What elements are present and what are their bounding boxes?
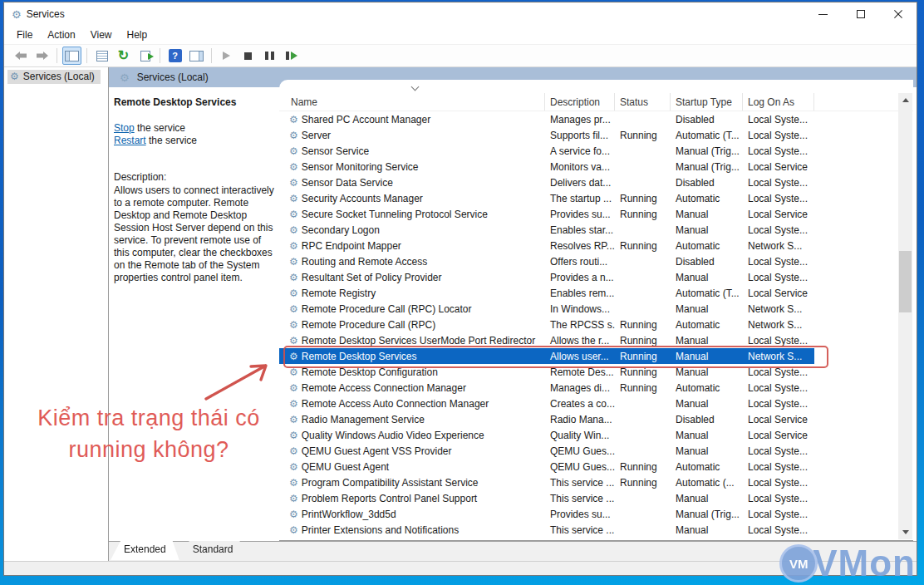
restart-service-link[interactable]: Restart	[114, 135, 146, 146]
column-header-description[interactable]: Description	[545, 93, 615, 111]
forward-arrow-icon	[36, 51, 49, 61]
close-button[interactable]	[879, 2, 917, 26]
back-arrow-icon	[14, 51, 27, 61]
service-gear-icon: ⚙	[289, 162, 298, 172]
menu-help[interactable]: Help	[120, 27, 155, 42]
service-gear-icon: ⚙	[289, 241, 298, 251]
table-row[interactable]: ⚙Secondary LogonEnables star...ManualLoc…	[279, 222, 814, 238]
show-console-tree-button[interactable]	[62, 47, 81, 65]
table-row[interactable]: ⚙QEMU Guest Agent VSS ProviderQEMU Gues.…	[279, 443, 814, 459]
export-list-button[interactable]	[135, 47, 155, 65]
service-gear-icon: ⚙	[289, 146, 298, 156]
table-row[interactable]: ⚙Sensor ServiceA service fo...Manual (Tr…	[279, 143, 814, 159]
service-name: RPC Endpoint Mapper	[302, 240, 401, 252]
table-row[interactable]: ⚙Routing and Remote AccessOffers routi..…	[279, 253, 814, 269]
back-button[interactable]	[11, 47, 30, 65]
column-header-startup-type[interactable]: Startup Type	[671, 93, 743, 111]
service-gear-icon: ⚙	[289, 399, 298, 409]
console-tree-icon	[65, 51, 79, 61]
restart-service-button[interactable]	[282, 47, 301, 65]
sidebar-item-services-local[interactable]: ⚙ Services (Local)	[7, 70, 101, 84]
panel-header-gear-icon: ⚙	[120, 72, 130, 83]
service-name: Sensor Data Service	[302, 177, 393, 189]
table-row[interactable]: ⚙RPC Endpoint MapperResolves RP...Runnin…	[279, 238, 814, 253]
window-title: Services	[27, 8, 65, 20]
pause-service-button[interactable]	[260, 47, 279, 65]
stop-service-button[interactable]	[238, 47, 258, 65]
table-row[interactable]: ⚙	[279, 538, 814, 540]
stop-service-link[interactable]: Stop	[114, 122, 135, 134]
service-name: Program Compatibility Assistant Service	[302, 477, 479, 489]
table-row[interactable]: ⚙Remote Procedure Call (RPC)The RPCSS s.…	[279, 317, 814, 332]
column-header-log-on-as[interactable]: Log On As	[743, 93, 814, 111]
refresh-icon: ↻	[118, 49, 129, 62]
service-name: Remote Desktop Services UserMode Port Re…	[302, 335, 535, 347]
toolbar-separator	[211, 48, 212, 63]
table-row[interactable]: ⚙Resultant Set of Policy ProviderProvide…	[279, 269, 814, 285]
scroll-up-button[interactable]	[898, 93, 912, 107]
chevron-down-icon	[902, 530, 909, 534]
table-row[interactable]: ⚙Remote Procedure Call (RPC) LocatorIn W…	[279, 301, 814, 317]
table-row[interactable]: ⚙ServerSupports fil...RunningAutomatic (…	[279, 127, 814, 143]
export-list-icon	[140, 51, 150, 61]
service-name: Server	[302, 130, 331, 141]
services-list-panel: Name Description Status Startup Type Log…	[279, 80, 913, 541]
tab-standard[interactable]: Standard	[179, 541, 247, 560]
table-row[interactable]: ⚙Shared PC Account ManagerManages pr...D…	[279, 111, 814, 127]
maximize-button[interactable]	[842, 2, 879, 26]
service-gear-icon: ⚙	[289, 288, 298, 298]
console-tree-pane: ⚙ Services (Local)	[4, 67, 109, 561]
table-row[interactable]: ⚙PrintWorkflow_3dd5dProvides su...Manual…	[279, 506, 814, 522]
table-row[interactable]: ⚙QEMU Guest AgentQEMU Gues...RunningAuto…	[279, 459, 814, 474]
service-name: PrintWorkflow_3dd5d	[302, 509, 396, 520]
table-row[interactable]: ⚙Secure Socket Tunneling Protocol Servic…	[279, 206, 814, 222]
vertical-scrollbar[interactable]	[898, 93, 912, 539]
service-gear-icon: ⚙	[289, 320, 298, 330]
service-gear-icon: ⚙	[289, 462, 298, 472]
properties-button[interactable]	[92, 47, 111, 65]
service-gear-icon: ⚙	[289, 209, 298, 219]
show-action-pane-button[interactable]	[187, 47, 206, 65]
properties-icon	[96, 51, 108, 61]
forward-button[interactable]	[32, 47, 52, 65]
table-row[interactable]: ⚙Program Compatibility Assistant Service…	[279, 474, 814, 490]
vmon-watermark: VM VMon	[779, 543, 916, 584]
service-name: Remote Procedure Call (RPC)	[302, 319, 435, 331]
table-row[interactable]: ⚙Remote RegistryEnables rem...Automatic …	[279, 285, 814, 301]
help-button[interactable]: ?	[165, 47, 184, 65]
minimize-button[interactable]	[804, 2, 842, 26]
service-gear-icon: ⚙	[289, 446, 298, 456]
services-app-icon: ⚙	[12, 9, 22, 20]
refresh-button[interactable]: ↻	[114, 47, 133, 65]
table-row[interactable]: ⚙Radio Management ServiceRadio Mana...Di…	[279, 411, 814, 427]
service-gear-icon: ⚙	[289, 257, 298, 267]
service-gear-icon: ⚙	[289, 336, 298, 346]
table-row[interactable]: ⚙Remote Access Connection ManagerManages…	[279, 380, 814, 396]
title-bar[interactable]: ⚙ Services	[4, 2, 917, 26]
description-label: Description:	[114, 171, 276, 183]
column-header-status[interactable]: Status	[615, 93, 671, 111]
table-row[interactable]: ⚙Remote Access Auto Connection ManagerCr…	[279, 396, 814, 411]
tab-extended[interactable]: Extended	[111, 541, 179, 560]
scroll-down-button[interactable]	[898, 525, 912, 539]
service-name: Problem Reports Control Panel Support	[302, 493, 477, 504]
table-row[interactable]: ⚙Quality Windows Audio Video ExperienceQ…	[279, 427, 814, 443]
table-row[interactable]: ⚙Security Accounts ManagerThe startup ..…	[279, 190, 814, 206]
menu-file[interactable]: File	[9, 27, 40, 42]
table-row[interactable]: ⚙Sensor Data ServiceDelivers dat...Disab…	[279, 175, 814, 190]
service-gear-icon: ⚙	[289, 178, 298, 188]
stop-link-suffix: the service	[135, 122, 185, 134]
service-rows: ⚙Shared PC Account ManagerManages pr...D…	[279, 111, 814, 540]
column-header-name[interactable]: Name	[279, 93, 545, 111]
service-name: Security Accounts Manager	[302, 193, 423, 204]
start-service-button[interactable]	[217, 47, 236, 65]
menu-action[interactable]: Action	[40, 27, 82, 42]
table-row[interactable]: ⚙Sensor Monitoring ServiceMonitors va...…	[279, 159, 814, 175]
scrollbar-thumb[interactable]	[899, 251, 912, 312]
service-name: Radio Management Service	[302, 414, 425, 425]
table-row[interactable]: ⚙Problem Reports Control Panel SupportTh…	[279, 490, 814, 506]
table-row[interactable]: ⚙Printer Extensions and NotificationsThi…	[279, 522, 814, 538]
menu-view[interactable]: View	[83, 27, 120, 42]
service-name: Shared PC Account Manager	[302, 114, 430, 125]
service-gear-icon: ⚙	[289, 304, 298, 314]
